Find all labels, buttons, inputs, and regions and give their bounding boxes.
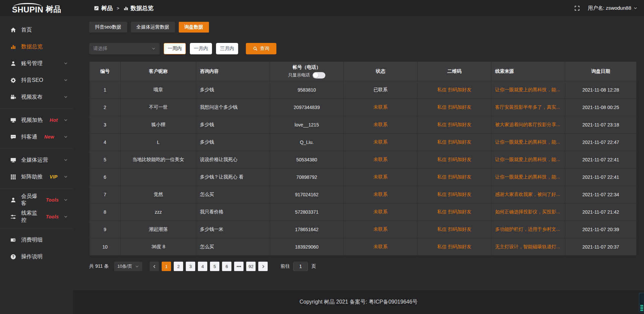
cell-content: 我只看价格: [196, 203, 270, 221]
breadcrumb-item-data-overview[interactable]: 数据总览: [123, 4, 154, 12]
page-button-3[interactable]: 3: [186, 262, 195, 271]
tab-media-operation-data[interactable]: 全媒体运营数据: [131, 22, 175, 33]
cell-status: 未联系: [344, 186, 418, 203]
cell-date: 2021-11-07 22:34: [565, 186, 636, 203]
cell-date: 2021-11-07 23:18: [565, 116, 636, 134]
sidebar-item-media-operation[interactable]: 全媒体运营: [0, 152, 73, 168]
cell-qrcode[interactable]: 私信 扫码加好友: [418, 99, 491, 116]
sidebar-item-member-baoke[interactable]: 会员爆客Tools: [0, 192, 73, 208]
cell-source[interactable]: 客厅安装投影半年多了，真实...: [491, 99, 565, 116]
cell-qrcode[interactable]: 私信 扫码加好友: [418, 168, 491, 186]
cell-content: 怎么买: [196, 186, 270, 203]
cell-account: 50534380: [270, 151, 344, 168]
cell-account: 70898792: [270, 168, 344, 186]
sidebar-item-label: 矩阵助推: [21, 173, 43, 180]
username-label: 用户名: zswodun88: [588, 5, 631, 11]
cell-account: 572803371: [270, 203, 344, 221]
cell-status: 未联系: [344, 116, 418, 134]
sidebar-item-label: 抖音SEO: [21, 77, 43, 84]
sidebar-item-clue-monitor[interactable]: 线索监控Tools: [0, 208, 73, 225]
range-button-one-month[interactable]: 一月内: [190, 43, 212, 54]
cell-qrcode[interactable]: 私信 扫码加好友: [418, 186, 491, 203]
cell-account: Q_Liu.: [270, 134, 344, 151]
video-icon: [10, 94, 16, 100]
cell-source[interactable]: 无主灯设计，智能磁吸轨道灯...: [491, 238, 565, 256]
fullscreen-icon[interactable]: [574, 5, 580, 11]
page-unit-label: 页: [311, 263, 316, 269]
sidebar-item-video-heat[interactable]: 视频加热Hot: [0, 112, 73, 128]
cell-qrcode[interactable]: 私信 扫码加好友: [418, 81, 491, 99]
page-button-2[interactable]: 2: [174, 262, 183, 271]
cell-qrcode[interactable]: 私信 扫码加好友: [418, 151, 491, 168]
cell-account: 183929060: [270, 238, 344, 256]
tab-inquiry-data[interactable]: 询盘数据: [179, 22, 209, 33]
sidebar-item-label: 视频加热: [21, 117, 43, 124]
sidebar-item-douketong[interactable]: 抖客通New: [0, 128, 73, 145]
cell-nickname: 当地比较能吃的一位美女: [121, 151, 196, 168]
cell-source[interactable]: 让你一眼就爱上的黑科技，能...: [491, 81, 565, 99]
sidebar-item-matrix-boost[interactable]: 矩阵助推VIP: [0, 168, 73, 185]
cell-source[interactable]: 如何正确选择投影仪，买投影...: [491, 203, 565, 221]
phone-only-row: 只显示电话: [288, 72, 325, 78]
table-row: 9潮起潮落多少钱一米178651642未联系私信 扫码加好友多功能护栏灯，适用于…: [90, 221, 636, 238]
sidebar-item-home[interactable]: 首页: [0, 21, 73, 38]
breadcrumb-item-shupin[interactable]: 树品: [94, 4, 113, 12]
range-button-three-month[interactable]: 三月内: [216, 43, 238, 54]
table-row: 6多少钱？让我死心 看70898792未联系私信 扫码加好友让你一眼就爱上的黑科…: [90, 168, 636, 186]
chevron-down-icon: [64, 198, 68, 202]
cell-status: 未联系: [344, 238, 418, 256]
cell-source[interactable]: 被大家追着问的客厅投影分享...: [491, 116, 565, 134]
cell-source[interactable]: 感谢大家喜欢我家，被问了好...: [491, 186, 565, 203]
page-button-1[interactable]: 1: [162, 262, 171, 271]
column-header-no: 编号: [90, 62, 121, 81]
cell-source[interactable]: 让你一眼就爱上的黑科技，能...: [491, 168, 565, 186]
cell-no: 9: [90, 221, 121, 238]
page-button-92[interactable]: 92: [246, 262, 256, 271]
floating-widget[interactable]: [639, 293, 644, 312]
filter-select-placeholder: 请选择: [93, 46, 107, 52]
sidebar-item-consume-detail[interactable]: 消费明细: [0, 231, 73, 248]
sidebar-item-data-overview[interactable]: 数据总览: [0, 38, 73, 55]
sidebar-item-video-publish[interactable]: 视频发布: [0, 89, 73, 105]
sidebar-item-operation-guide[interactable]: ?操作说明: [0, 248, 73, 265]
page-button-6[interactable]: 6: [222, 262, 231, 271]
tab-douyin-seo-data[interactable]: 抖音seo数据: [89, 22, 127, 33]
cell-qrcode[interactable]: 私信 扫码加好友: [418, 203, 491, 221]
page-button-5[interactable]: 5: [210, 262, 219, 271]
cell-source[interactable]: 让你一眼就爱上的黑科技，能...: [491, 134, 565, 151]
cell-qrcode[interactable]: 私信 扫码加好友: [418, 116, 491, 134]
query-button[interactable]: 查询: [246, 43, 276, 54]
sidebar-item-account-manage[interactable]: 账号管理: [0, 55, 73, 72]
cell-qrcode[interactable]: 私信 扫码加好友: [418, 238, 491, 256]
cell-date: 2021-11-07 22:41: [565, 151, 636, 168]
cell-source[interactable]: 多功能护栏灯，适用于乡村文...: [491, 221, 565, 238]
prev-page-button[interactable]: [150, 262, 159, 271]
user-menu[interactable]: 用户名: zswodun88: [588, 5, 637, 11]
range-button-one-week[interactable]: 一周内: [164, 43, 186, 54]
sidebar-item-douyin-seo[interactable]: 抖音SEO: [0, 72, 73, 89]
cell-content: 多少钱: [196, 116, 270, 134]
phone-only-toggle[interactable]: [313, 72, 325, 78]
sidebar-item-badge: Tools: [46, 197, 59, 203]
page-button-4[interactable]: 4: [198, 262, 207, 271]
cell-no: 10: [90, 238, 121, 256]
goto-label: 前往: [280, 263, 290, 269]
pagination: 共 911 条 10条/页 123456•••92 前往 页: [89, 262, 637, 271]
cell-qrcode[interactable]: 私信 扫码加好友: [418, 134, 491, 151]
cell-account: love__1215: [270, 116, 344, 134]
filter-select[interactable]: 请选择: [89, 43, 160, 54]
user-icon: [10, 60, 16, 66]
cell-content: 说说价格让我死心: [196, 151, 270, 168]
sidebar-divider: [0, 108, 73, 109]
cell-qrcode[interactable]: 私信 扫码加好友: [418, 221, 491, 238]
breadcrumb-label: 树品: [101, 4, 113, 12]
total-count: 共 911 条: [89, 263, 109, 269]
goto-page-input[interactable]: [293, 262, 308, 271]
pagination-ellipsis[interactable]: •••: [234, 262, 244, 271]
sidebar-item-label: 会员爆客: [21, 193, 39, 207]
cell-source[interactable]: 让你一眼就爱上的黑科技，能...: [491, 151, 565, 168]
page-size-select[interactable]: 10条/页: [114, 262, 142, 271]
monitor-icon: [10, 157, 16, 163]
chevron-down-icon: [64, 78, 68, 82]
next-page-button[interactable]: [258, 262, 268, 271]
